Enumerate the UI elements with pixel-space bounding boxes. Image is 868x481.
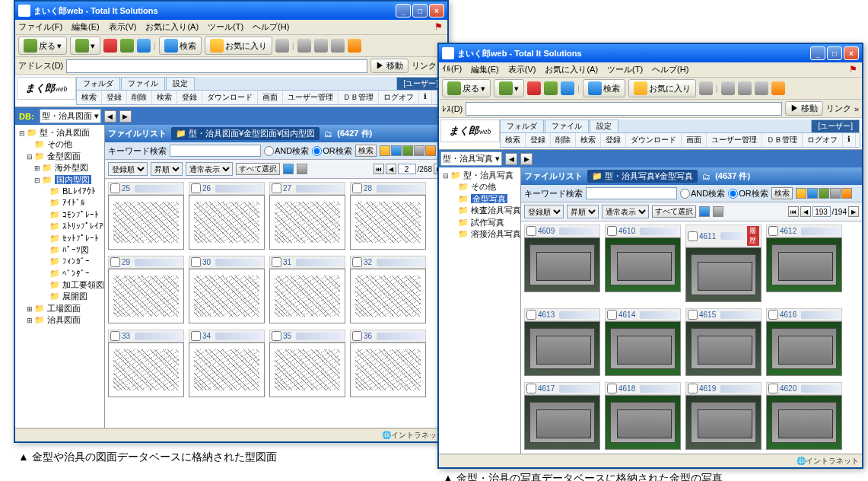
print-icon[interactable]: [314, 39, 328, 53]
item-checkbox[interactable]: [688, 384, 698, 393]
tool-icon[interactable]: [402, 145, 413, 156]
cmd-register2[interactable]: 登録: [177, 91, 202, 104]
order-select[interactable]: 昇順: [151, 162, 183, 176]
item-header[interactable]: 27: [269, 182, 345, 195]
search-button[interactable]: 検索: [583, 79, 625, 97]
close-button[interactable]: ×: [844, 46, 859, 60]
page-next-button[interactable]: ▶: [848, 206, 859, 217]
stop-icon[interactable]: [103, 39, 117, 53]
keyword-input[interactable]: [170, 145, 261, 157]
menu-edit[interactable]: 編集(E): [471, 64, 499, 75]
item-header[interactable]: 4609: [524, 225, 600, 237]
item-header[interactable]: 28: [350, 182, 426, 195]
cmd-dbmgmt[interactable]: ＤＢ管理: [762, 133, 803, 147]
tool-icon[interactable]: [391, 145, 402, 156]
view-icon[interactable]: [297, 164, 307, 174]
item-checkbox[interactable]: [110, 183, 120, 193]
item-checkbox[interactable]: [272, 257, 281, 267]
tab-setting[interactable]: 設定: [590, 119, 618, 132]
search-submit-button[interactable]: 検索: [355, 145, 377, 157]
item-header[interactable]: 33: [108, 330, 184, 342]
order-select[interactable]: 昇順: [567, 205, 599, 218]
folder-tree[interactable]: ⊟📁 型・治具図面📁 その他⊟📁 金型図面⊞📁 海外型図⊟📁 国内型図📁 BLﾚ…: [15, 125, 105, 441]
tool-icon[interactable]: [425, 145, 436, 156]
item-checkbox[interactable]: [607, 384, 617, 393]
tab-folder[interactable]: フォルダ: [500, 119, 544, 132]
go-button[interactable]: ▶ 移動: [370, 59, 409, 73]
item-checkbox[interactable]: [607, 226, 617, 236]
and-radio[interactable]: [264, 146, 274, 156]
minimize-button[interactable]: _: [810, 46, 825, 60]
menu-file[interactable]: ファイル(F): [18, 21, 62, 33]
and-radio[interactable]: [680, 189, 690, 199]
tool-icon[interactable]: [830, 188, 841, 199]
item-checkbox[interactable]: [110, 257, 120, 267]
history-icon[interactable]: [699, 81, 713, 95]
tree-node[interactable]: 溶接治具写真: [471, 229, 521, 238]
cmd-register[interactable]: 登録: [526, 133, 551, 147]
link-label[interactable]: リンク: [826, 103, 851, 114]
favorites-button[interactable]: お気に入り: [205, 37, 272, 55]
tree-node[interactable]: ｱｲﾄﾞﾙ: [62, 198, 85, 207]
cmd-search[interactable]: 検索: [501, 133, 526, 147]
maximize-button[interactable]: □: [827, 46, 842, 60]
menu-tools[interactable]: ツール(T): [208, 21, 243, 33]
titlebar[interactable]: まいく郎web - Total It Solutions _ □ ×: [439, 44, 862, 62]
tool-icon[interactable]: [807, 188, 818, 199]
db-select[interactable]: 型・治具写真 ▾: [440, 151, 502, 166]
tree-node[interactable]: 海外型図: [55, 163, 88, 172]
item-header[interactable]: 4618: [605, 382, 681, 395]
tree-node[interactable]: ﾊﾟｰﾂ図: [62, 245, 89, 254]
thumbnail[interactable]: [766, 321, 842, 376]
forward-button[interactable]: ▾: [494, 79, 524, 97]
tree-node[interactable]: 国内型図: [55, 175, 91, 184]
menu-edit[interactable]: 編集(E): [72, 21, 100, 33]
thumbnail[interactable]: [605, 321, 681, 376]
thumbnail[interactable]: [108, 269, 184, 323]
page-first-button[interactable]: ⏮: [374, 164, 384, 174]
item-header[interactable]: 29: [108, 256, 184, 269]
menu-help[interactable]: ヘルプ(H): [253, 21, 289, 33]
item-checkbox[interactable]: [688, 310, 698, 320]
display-select[interactable]: 通常表示: [186, 162, 233, 176]
back-button[interactable]: 戻る ▾: [18, 37, 67, 55]
tool-icon[interactable]: [796, 188, 806, 199]
cmd-dbmgmt[interactable]: ＤＢ管理: [339, 91, 379, 104]
thumbnail[interactable]: [189, 342, 265, 397]
edit-icon[interactable]: [755, 81, 768, 95]
item-header[interactable]: 36: [350, 330, 426, 342]
maximize-button[interactable]: □: [412, 4, 428, 18]
item-checkbox[interactable]: [191, 183, 201, 193]
stop-icon[interactable]: [527, 81, 541, 95]
go-button[interactable]: ▶ 移動: [785, 101, 823, 116]
tree-node[interactable]: 型・治具図面: [40, 128, 90, 137]
tree-node[interactable]: 検査治具写真: [471, 205, 521, 215]
item-header[interactable]: 4619: [685, 382, 761, 395]
menu-help[interactable]: ヘルプ(H): [652, 64, 688, 75]
item-checkbox[interactable]: [526, 310, 536, 320]
tab-setting[interactable]: 設定: [166, 77, 195, 90]
cmd-search2[interactable]: 検索: [152, 91, 177, 104]
tool-icon[interactable]: [380, 145, 390, 156]
menu-view[interactable]: 表示(V): [109, 21, 137, 33]
db-prev-button[interactable]: ◀: [505, 153, 517, 165]
tool-icon[interactable]: [819, 188, 829, 199]
breadcrumb[interactable]: 📁 型・治具写真¥金型写真: [587, 170, 698, 183]
cmd-download[interactable]: ダウンロード: [202, 91, 258, 104]
keyword-input[interactable]: [586, 187, 677, 199]
item-header[interactable]: 26: [189, 182, 265, 195]
cmd-usermgmt[interactable]: ユーザー管理: [283, 91, 339, 104]
sort-select[interactable]: 登録順: [108, 162, 148, 176]
item-header[interactable]: 4610: [605, 225, 681, 237]
item-checkbox[interactable]: [272, 331, 281, 341]
tree-node[interactable]: ｽﾄﾘｯﾌﾟﾚｲｱｳﾄ: [62, 221, 105, 231]
tab-file[interactable]: ファイル: [121, 77, 165, 90]
item-checkbox[interactable]: [191, 331, 201, 341]
tree-node[interactable]: 治具図面: [47, 315, 81, 324]
tree-node[interactable]: 金型図面: [47, 151, 81, 161]
thumbnail[interactable]: [269, 269, 345, 323]
item-header[interactable]: 4620: [766, 382, 842, 395]
thumbnail[interactable]: [605, 395, 681, 450]
item-header[interactable]: 30: [189, 256, 265, 269]
view-icon[interactable]: [699, 206, 710, 217]
